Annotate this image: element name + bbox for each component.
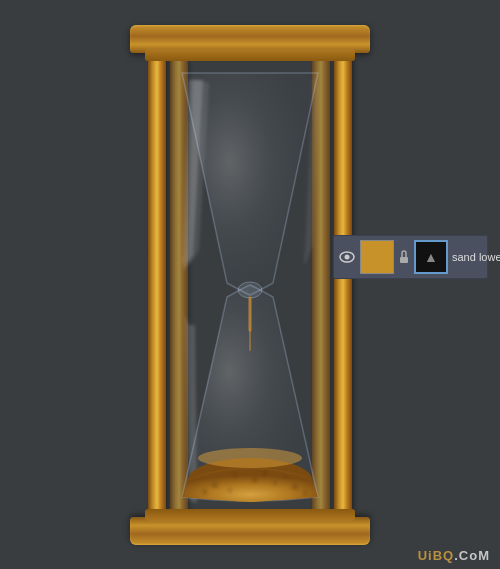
svg-point-10 bbox=[203, 489, 208, 494]
svg-point-4 bbox=[253, 477, 258, 482]
svg-point-7 bbox=[228, 488, 232, 492]
layer-link-icon bbox=[398, 251, 410, 263]
svg-point-5 bbox=[273, 481, 277, 485]
layer-thumbnail-color bbox=[360, 240, 394, 274]
layer-name-label: sand lower bbox=[452, 251, 500, 263]
svg-point-11 bbox=[303, 491, 307, 495]
eye-icon[interactable] bbox=[338, 248, 356, 266]
frame-top-cap bbox=[130, 25, 370, 53]
svg-point-9 bbox=[284, 475, 287, 478]
watermark-suffix: .CoM bbox=[454, 548, 490, 563]
svg-rect-18 bbox=[400, 257, 408, 263]
glass-svg bbox=[165, 65, 335, 505]
watermark-text: UiBQ bbox=[418, 548, 455, 563]
svg-point-6 bbox=[292, 484, 298, 490]
column-front-left bbox=[148, 53, 166, 517]
layer-panel: ▲ sand lower bbox=[333, 235, 488, 279]
svg-point-12 bbox=[198, 448, 302, 468]
column-front-right bbox=[334, 53, 352, 517]
hourglass-scene bbox=[120, 25, 380, 545]
svg-point-8 bbox=[263, 471, 267, 475]
watermark: UiBQ.CoM bbox=[418, 548, 490, 563]
svg-point-3 bbox=[233, 473, 237, 477]
svg-point-16 bbox=[345, 255, 350, 260]
svg-point-2 bbox=[212, 482, 218, 488]
frame-bottom-cap bbox=[130, 517, 370, 545]
glass-container bbox=[165, 65, 335, 505]
layer-thumbnail-mask: ▲ bbox=[414, 240, 448, 274]
